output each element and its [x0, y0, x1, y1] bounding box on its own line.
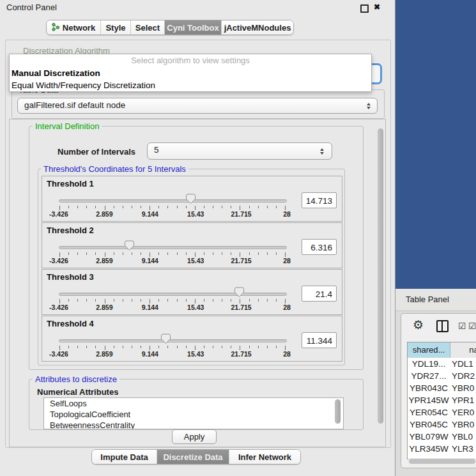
slider-tick	[158, 206, 159, 208]
tab-impute-data[interactable]: Impute Data	[92, 450, 157, 464]
algorithm-option-equal-width-frequency-discretization[interactable]: Equal Width/Frequency Discretization	[10, 79, 371, 91]
slider-tick	[68, 346, 69, 348]
slider-tick	[231, 346, 231, 348]
slider-tick	[123, 206, 123, 208]
table-row[interactable]: YDL19...YDL1	[408, 358, 476, 370]
combo-arrows-icon[interactable]	[367, 98, 371, 113]
slider-track[interactable]	[59, 246, 287, 249]
table-row[interactable]: YER054CYER0	[408, 406, 476, 418]
attributes-group: Attributes to discretize Numerical Attri…	[29, 379, 364, 430]
slider-track[interactable]	[59, 199, 287, 203]
slider-thumb[interactable]	[234, 287, 245, 298]
node-table[interactable]: shared...naYDL19...YDL1YDR27...YDR2YBR04…	[407, 342, 476, 459]
spinner-arrows-icon[interactable]	[320, 143, 324, 159]
slider-thumb[interactable]	[160, 334, 171, 344]
slider-tick-label: 9.144	[131, 210, 169, 218]
slider-tick-label: 21.715	[222, 350, 261, 358]
vertical-scrollbar[interactable]	[378, 128, 383, 424]
table-row[interactable]: YLR345WYLR3	[408, 443, 476, 455]
slider-tick-label: -3.426	[40, 257, 78, 265]
slider-thumb[interactable]	[185, 194, 196, 204]
list-item-selfloops[interactable]: SelfLoops	[44, 398, 343, 409]
list-item-topologicalcoefficient[interactable]: TopologicalCoefficient	[44, 409, 343, 420]
slider-tick-label: 9.144	[131, 303, 169, 311]
gear-icon[interactable]: ⚙	[413, 318, 424, 332]
slider-tick-label: 15.43	[176, 350, 215, 358]
table-panel-section: Table Panel ⚙ ☑ ☑ shared...naYDL19...YDL…	[395, 289, 476, 476]
threshold-value-input[interactable]: 6.316	[302, 239, 337, 255]
slider-tick-label: -3.426	[40, 303, 78, 311]
cell-shared-name: YDR27...	[408, 370, 450, 382]
slider-tick	[222, 346, 222, 348]
table-row[interactable]: YPR145WYPR1	[408, 394, 476, 406]
slider-tick-label: 21.715	[222, 303, 261, 311]
slider-tick	[158, 252, 159, 255]
tab-style[interactable]: Style	[101, 20, 131, 35]
slider-tick	[240, 206, 240, 210]
columns-icon[interactable]	[436, 320, 449, 332]
interval-definition-group: Interval Definition Number of Intervals …	[29, 126, 364, 370]
cell-name: YDL1	[452, 358, 473, 370]
slider-tick	[186, 299, 187, 302]
column-header-shared[interactable]: shared...	[408, 342, 450, 358]
attributes-group-title: Attributes to discretize	[33, 374, 119, 384]
threshold-value-input[interactable]: 21.4	[302, 286, 337, 302]
tab-jactivemnodules[interactable]: jActiveMNodules	[222, 20, 293, 35]
column-header-na[interactable]: na	[450, 342, 476, 358]
threshold-panel-1: Threshold 1-3.4262.8599.14415.4321.71528…	[42, 176, 342, 222]
slider-thumb[interactable]	[124, 240, 135, 251]
tab-discretize-data[interactable]: Discretize Data	[157, 450, 229, 464]
slider-track[interactable]	[59, 293, 287, 296]
slider-tick	[186, 252, 187, 255]
slider-tick-label: 15.43	[176, 303, 215, 311]
threshold-value-input[interactable]: 14.713	[302, 192, 337, 208]
tab-select[interactable]: Select	[131, 20, 165, 35]
tab-cyni-toolbox[interactable]: Cyni Toolbox	[165, 20, 222, 35]
tab-network[interactable]: Network	[47, 20, 101, 35]
threshold-value-input[interactable]: 11.344	[302, 332, 337, 348]
slider-tick	[204, 206, 204, 208]
slider-tick	[285, 206, 286, 210]
slider-tick	[167, 299, 168, 302]
number-of-intervals-spinner[interactable]: 5	[147, 142, 332, 160]
close-icon[interactable]: ✖	[374, 3, 380, 12]
slider-tick	[86, 299, 87, 302]
slider-tick	[132, 206, 132, 208]
cell-name: YBR0	[452, 418, 474, 431]
slider-tick	[222, 206, 222, 208]
tab-infer-network[interactable]: Infer Network	[229, 450, 300, 464]
slider-tick	[240, 299, 240, 303]
list-item-betweennesscentrality[interactable]: BetweennessCentrality	[44, 420, 343, 429]
table-data-combo[interactable]: galFiltered.sif default node	[17, 98, 378, 114]
checkbox-icon[interactable]: ☑	[468, 321, 476, 331]
cell-name: YDR2	[452, 370, 475, 382]
slider-tick	[150, 299, 150, 303]
apply-button[interactable]: Apply	[172, 429, 217, 444]
slider-tick	[204, 346, 204, 348]
slider-tick	[105, 252, 105, 257]
slider-tick	[86, 252, 87, 255]
cell-name: YPR1	[452, 394, 474, 406]
horizontal-scrollbar-thumb[interactable]	[409, 459, 475, 464]
algorithm-option-manual-discretization[interactable]: Manual Discretization	[10, 67, 371, 79]
slider-tick-label: 9.144	[131, 350, 169, 358]
slider-tick	[195, 299, 196, 303]
slider-tick-label: 28	[268, 350, 306, 358]
table-row[interactable]: YDR27...YDR2	[408, 370, 476, 382]
table-row[interactable]: YBR043CYBR0	[408, 382, 476, 394]
slider-tick	[114, 206, 114, 208]
slider-tick	[105, 346, 105, 350]
slider-tick	[132, 346, 132, 348]
table-row[interactable]: YBL079WYBL0	[408, 431, 476, 443]
slider-tick	[141, 206, 141, 208]
list-scrollbar[interactable]	[335, 399, 341, 424]
numerical-attributes-list[interactable]: SelfLoopsTopologicalCoefficientBetweenne…	[43, 397, 344, 429]
slider-track[interactable]	[59, 339, 287, 342]
float-window-icon[interactable]	[360, 4, 369, 13]
slider-tick-label: 2.859	[85, 303, 123, 311]
table-row[interactable]: YBR045CYBR0	[408, 418, 476, 431]
checkbox-icon[interactable]: ☑	[458, 321, 466, 331]
cell-shared-name: YBR043C	[408, 382, 450, 394]
tab-label: Impute Data	[100, 452, 148, 462]
network-desktop: GAL80GACGAL11GAL4GCY1HHAP2	[395, 0, 476, 289]
